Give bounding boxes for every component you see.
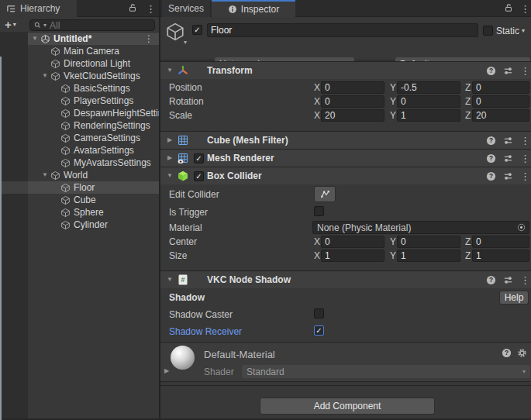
tab-inspector[interactable]: Inspector	[212, 0, 295, 17]
hierarchy-item-main-camera[interactable]: Main Camera	[0, 45, 159, 57]
hierarchy-item-world[interactable]: ▼World	[0, 169, 159, 181]
mesh-filter-header[interactable]: ▶ Cube (Mesh Filter) ? ⋮	[160, 131, 531, 149]
hierarchy-search-input[interactable]: ▾ All	[29, 19, 155, 31]
position-x-field[interactable]	[321, 81, 384, 94]
center-y-field[interactable]	[397, 236, 460, 248]
foldout-open-icon[interactable]: ▼	[29, 36, 40, 42]
gameobject-name-field[interactable]	[207, 23, 478, 37]
add-component-button[interactable]: Add Component	[260, 398, 435, 415]
component-enabled-checkbox[interactable]	[194, 171, 204, 181]
icon-picker-caret[interactable]: ▾	[184, 40, 187, 46]
search-filter-caret-icon: ▾	[43, 22, 47, 29]
size-x-field[interactable]	[321, 250, 384, 262]
lock-icon[interactable]	[128, 3, 137, 12]
svg-text:?: ?	[489, 276, 493, 284]
kebab-menu-icon[interactable]: ⋮	[144, 33, 159, 44]
hierarchy-item-basicsettings[interactable]: BasicSettings	[0, 82, 159, 95]
presets-icon[interactable]	[503, 275, 513, 285]
help-icon[interactable]: ?	[486, 153, 496, 164]
scale-y-field[interactable]	[397, 109, 460, 122]
gameobject-cube-icon[interactable]	[165, 22, 185, 42]
physic-material-field[interactable]: None (Physic Material)	[312, 221, 529, 234]
shader-dropdown[interactable]: Standard ▾	[242, 365, 530, 378]
static-checkbox[interactable]	[483, 26, 493, 36]
shadow-section-label: Shadow	[169, 292, 205, 303]
rotation-z-field[interactable]	[472, 95, 529, 108]
kebab-menu-icon[interactable]: ⋮	[520, 4, 528, 14]
foldout-open-icon[interactable]: ▼	[164, 67, 175, 74]
vkc-node-shadow-header[interactable]: ▼ # VKC Node Shadow ? ⋮	[160, 270, 531, 288]
tab-inspector-label: Inspector	[241, 4, 279, 15]
component-enabled-checkbox[interactable]	[194, 153, 204, 164]
shadow-receiver-label[interactable]: Shadow Receiver	[169, 326, 242, 337]
foldout-closed-icon[interactable]: ▶	[164, 137, 175, 143]
foldout-open-icon[interactable]: ▼	[164, 277, 175, 283]
rotation-y-field[interactable]	[397, 95, 460, 108]
foldout-closed-icon[interactable]: ▶	[164, 155, 175, 161]
static-caret-icon[interactable]: ▾	[522, 28, 525, 34]
kebab-menu-icon[interactable]: ⋮	[520, 136, 528, 146]
help-icon[interactable]: ?	[486, 136, 496, 146]
center-z-field[interactable]	[472, 236, 529, 248]
hierarchy-item-cylinder[interactable]: Cylinder	[0, 219, 159, 231]
help-button[interactable]: Help	[499, 291, 529, 305]
edit-collider-button[interactable]	[314, 186, 336, 202]
presets-icon[interactable]	[503, 153, 513, 164]
box-collider-header[interactable]: ▼ Box Collider ? ⋮	[160, 167, 531, 184]
size-z-field[interactable]	[472, 250, 529, 262]
shadow-caster-checkbox[interactable]	[314, 308, 324, 318]
help-icon[interactable]: ?	[486, 66, 496, 76]
foldout-open-icon[interactable]: ▼	[40, 73, 50, 79]
lock-icon[interactable]	[504, 3, 513, 12]
help-icon[interactable]: ?	[486, 171, 496, 181]
presets-icon[interactable]	[503, 136, 513, 146]
center-x-field[interactable]	[321, 236, 384, 248]
create-object-button[interactable]: + ▾	[5, 19, 16, 30]
tab-services[interactable]: Services	[162, 0, 210, 17]
presets-icon[interactable]	[503, 66, 513, 76]
active-checkbox[interactable]	[192, 25, 202, 35]
cube-icon	[60, 183, 71, 193]
hierarchy-item-vketcloudsettings[interactable]: ▼VketCloudSettings	[0, 70, 159, 82]
kebab-menu-icon[interactable]: ⋮	[520, 275, 528, 285]
position-y-field[interactable]	[397, 81, 460, 94]
hierarchy-item-camerasettings[interactable]: CameraSettings	[0, 132, 159, 144]
cube-icon	[60, 195, 71, 205]
foldout-open-icon[interactable]: ▼	[40, 172, 50, 178]
foldout-closed-icon[interactable]: ▶	[161, 368, 172, 374]
hierarchy-icon	[6, 4, 16, 14]
help-icon[interactable]: ?	[502, 348, 512, 358]
kebab-menu-icon[interactable]: ⋮	[146, 4, 153, 14]
hierarchy-item-label: AvatarSettings	[74, 145, 134, 156]
tab-hierarchy[interactable]: Hierarchy	[0, 0, 77, 17]
kebab-menu-icon[interactable]: ⋮	[520, 153, 528, 164]
foldout-open-icon[interactable]: ▼	[164, 173, 175, 179]
kebab-menu-icon[interactable]: ⋮	[520, 171, 528, 181]
shadow-receiver-checkbox[interactable]	[314, 325, 324, 336]
hierarchy-item-renderingsettings[interactable]: RenderingSettings	[0, 119, 159, 132]
gear-icon[interactable]	[517, 348, 527, 358]
position-z-field[interactable]	[472, 81, 529, 94]
hierarchy-item-untitled[interactable]: ▼Untitled*⋮	[0, 33, 159, 45]
rotation-x-field[interactable]	[321, 95, 384, 108]
mesh-renderer-header[interactable]: ▶ Mesh Renderer ? ⋮	[160, 149, 531, 167]
hierarchy-item-avatarsettings[interactable]: AvatarSettings	[0, 144, 159, 157]
presets-icon[interactable]	[503, 171, 513, 181]
size-y-field[interactable]	[397, 250, 460, 262]
hierarchy-item-floor[interactable]: Floor	[0, 181, 159, 194]
hierarchy-item-playersettings[interactable]: PlayerSettings	[0, 95, 159, 107]
transform-header[interactable]: ▼ Transform ? ⋮	[160, 61, 531, 79]
kebab-menu-icon[interactable]: ⋮	[520, 66, 528, 76]
hierarchy-item-label: CameraSettings	[74, 133, 140, 143]
scale-x-field[interactable]	[321, 109, 384, 122]
object-picker-icon[interactable]	[517, 223, 526, 232]
hierarchy-item-myavatarssettings[interactable]: MyAvatarsSettings	[0, 157, 159, 169]
help-icon[interactable]: ?	[486, 275, 496, 285]
cube-icon	[60, 133, 71, 143]
hierarchy-item-directional-light[interactable]: Directional Light	[0, 57, 159, 70]
hierarchy-item-despawnheightsettings[interactable]: DespawnHeightSettings	[0, 107, 159, 119]
hierarchy-item-sphere[interactable]: Sphere	[0, 206, 159, 219]
is-trigger-checkbox[interactable]	[314, 206, 324, 216]
scale-z-field[interactable]	[472, 109, 529, 122]
hierarchy-item-cube[interactable]: Cube	[0, 194, 159, 206]
